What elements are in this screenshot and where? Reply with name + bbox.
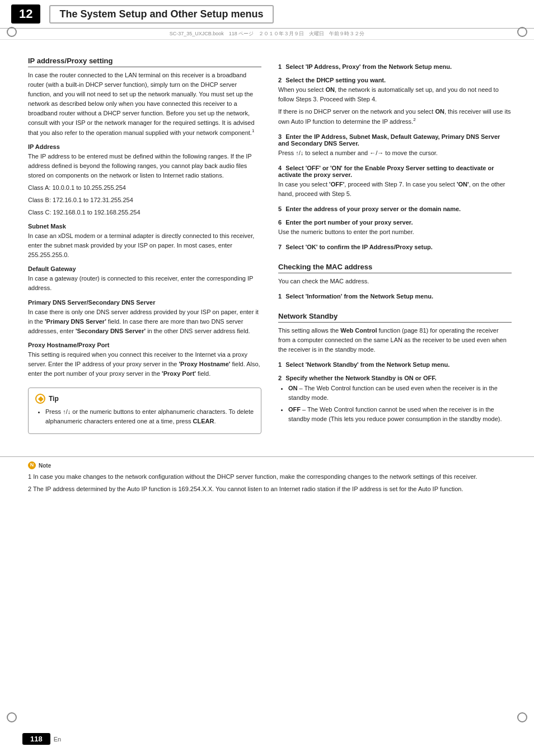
- step-7-label: 7 Select 'OK' to confirm the IP Address/…: [278, 244, 512, 250]
- step-3: 3 Enter the IP Address, Subnet Mask, Def…: [278, 133, 512, 158]
- corner-mark-bl: [7, 712, 17, 722]
- footnote-ref-1: 1: [252, 128, 254, 133]
- step-1-label: 1 Select 'IP Address, Proxy' from the Ne…: [278, 63, 512, 70]
- standby-step-2: 2 Specify whether the Network Standby is…: [278, 375, 512, 424]
- tip-icon: ◆: [35, 394, 45, 404]
- step-5-label: 5 Enter the address of your proxy server…: [278, 206, 512, 212]
- mac-address-heading: Checking the MAC address: [278, 263, 512, 273]
- chapter-number: 12: [11, 4, 40, 24]
- page-number: 118: [22, 733, 50, 745]
- notes-area: N Note 1 In case you make changes to the…: [0, 456, 534, 501]
- step-4: 4 Select 'OFF' or 'ON' for the Enable Pr…: [278, 165, 512, 199]
- tip-item-1: Press ↑/↓ or the numeric buttons to ente…: [45, 407, 254, 426]
- step-2-body: When you select ON, the network is autom…: [278, 85, 512, 104]
- default-gateway-body: In case a gateway (router) is connected …: [28, 274, 261, 293]
- tip-label: Tip: [49, 395, 59, 403]
- chapter-title: The System Setup and Other Setup menus: [49, 5, 273, 24]
- right-column: 1 Select 'IP Address, Proxy' from the Ne…: [278, 57, 512, 434]
- dns-server-body: In case there is only one DNS server add…: [28, 307, 261, 336]
- step-6-label: 6 Enter the port number of your proxy se…: [278, 219, 512, 226]
- step-1: 1 Select 'IP Address, Proxy' from the Ne…: [278, 63, 512, 70]
- ip-address-body: The IP address to be entered must be def…: [28, 152, 261, 180]
- note-title: N Note: [28, 461, 506, 470]
- footnote-ref-2: 2: [413, 117, 415, 122]
- subsection-ip-address: IP Address: [28, 143, 261, 150]
- step-6: 6 Enter the port number of your proxy se…: [278, 219, 512, 237]
- header-bar: 12 The System Setup and Other Setup menu…: [0, 0, 534, 29]
- subnet-mask-body: In case an xDSL modem or a terminal adap…: [28, 231, 261, 260]
- tip-title: ◆ Tip: [35, 394, 254, 404]
- note-icon: N: [28, 461, 36, 469]
- ip-class-c: Class C: 192.168.0.1 to 192.168.255.254: [28, 208, 261, 217]
- step-6-body: Use the numeric buttons to enter the por…: [278, 227, 512, 237]
- ip-class-a: Class A: 10.0.0.1 to 10.255.255.254: [28, 183, 261, 193]
- note-1: 1 In case you make changes to the networ…: [28, 472, 506, 482]
- mac-step-1: 1 Select 'Information' from the Network …: [278, 293, 512, 300]
- main-content: IP address/Proxy setting In case the rou…: [0, 40, 534, 451]
- corner-mark-tr: [517, 27, 527, 37]
- standby-step-1-label: 1 Select 'Network Standby' from the Netw…: [278, 361, 512, 368]
- network-standby-heading: Network Standby: [278, 312, 512, 323]
- tip-box: ◆ Tip Press ↑/↓ or the numeric buttons t…: [28, 388, 261, 434]
- subsection-proxy: Proxy Hostname/Proxy Port: [28, 342, 261, 348]
- step-5: 5 Enter the address of your proxy server…: [278, 206, 512, 212]
- step-7: 7 Select 'OK' to confirm the IP Address/…: [278, 244, 512, 250]
- network-standby-intro: This setting allows the Web Control func…: [278, 326, 512, 354]
- step-4-label: 4 Select 'OFF' or 'ON' for the Enable Pr…: [278, 165, 512, 178]
- footer: 118 En: [0, 733, 534, 745]
- tip-content: Press ↑/↓ or the numeric buttons to ente…: [35, 407, 254, 426]
- mac-address-section: Checking the MAC address You can check t…: [278, 263, 512, 300]
- network-standby-section: Network Standby This setting allows the …: [278, 312, 512, 424]
- subsection-dns-server: Primary DNS Server/Secondary DNS Server: [28, 299, 261, 306]
- step-3-label: 3 Enter the IP Address, Subnet Mask, Def…: [278, 133, 512, 147]
- left-column: IP address/Proxy setting In case the rou…: [28, 57, 261, 434]
- page-lang: En: [54, 736, 61, 743]
- step-3-body: Press ↑/↓ to select a number and ←/→ to …: [278, 148, 512, 158]
- subsection-default-gateway: Default Gateway: [28, 265, 261, 272]
- page-container: 12 The System Setup and Other Setup menu…: [0, 0, 534, 756]
- standby-on-item: ON – The Web Control function can be use…: [288, 384, 512, 403]
- subsection-subnet-mask: Subnet Mask: [28, 223, 261, 230]
- ip-proxy-intro: In case the router connected to the LAN …: [28, 71, 261, 138]
- mac-address-intro: You can check the MAC address.: [278, 277, 512, 286]
- ip-proxy-section-heading: IP address/Proxy setting: [28, 57, 261, 67]
- standby-step-1: 1 Select 'Network Standby' from the Netw…: [278, 361, 512, 368]
- mac-step-1-label: 1 Select 'Information' from the Network …: [278, 293, 512, 300]
- step-2: 2 Select the DHCP setting you want. When…: [278, 77, 512, 127]
- standby-step-2-label: 2 Specify whether the Network Standby is…: [278, 375, 512, 381]
- step-2-body2: If there is no DHCP server on the networ…: [278, 107, 512, 127]
- note-label: Note: [39, 461, 51, 470]
- step-2-label: 2 Select the DHCP setting you want.: [278, 77, 512, 83]
- ip-class-b: Class B: 172.16.0.1 to 172.31.255.254: [28, 195, 261, 205]
- note-2: 2 The IP address determined by the Auto …: [28, 484, 506, 494]
- corner-mark-br: [517, 712, 527, 722]
- proxy-body: This setting is required when you connec…: [28, 350, 261, 379]
- step-4-body: In case you select 'OFF', proceed with S…: [278, 180, 512, 199]
- standby-off-item: OFF – The Web Control function cannot be…: [288, 405, 512, 424]
- file-info: SC-37_35_UXJCB.book 118 ページ ２０１０年３月９日 火曜…: [0, 29, 534, 40]
- corner-mark-tl: [7, 27, 17, 37]
